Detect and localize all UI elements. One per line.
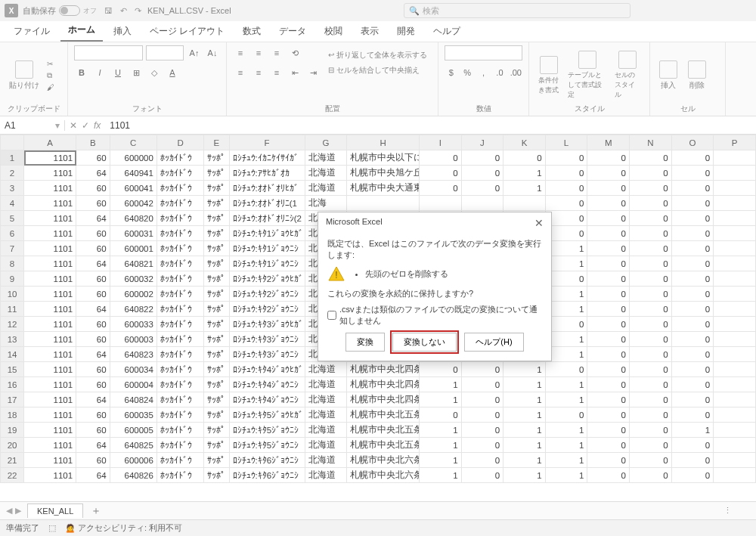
select-all-corner[interactable] [1,135,24,150]
cell[interactable]: 1101 [24,226,76,241]
cell[interactable]: 0 [671,362,714,377]
cell[interactable]: 1 [503,377,546,392]
row-header[interactable]: 21 [1,453,24,468]
cell[interactable] [714,407,756,423]
cell[interactable]: ﾛｼﾁｭｳ:ｷﾀ1ｼﾞｮｳﾆｼ [229,256,305,271]
cell[interactable]: 0 [587,211,630,226]
cell[interactable]: ﾎｯｶｲﾄﾞｳ [156,407,203,423]
cell[interactable]: 0 [629,468,671,483]
col-header-N[interactable]: N [629,135,671,150]
cell[interactable]: ﾛｼﾁｭｳ:ｷﾀ4ｼﾞｮｳﾆｼ [229,377,305,392]
cell[interactable]: 0 [419,181,461,196]
orientation-icon[interactable]: ⟲ [287,45,302,60]
cell[interactable]: ｻｯﾎﾟ [204,438,229,453]
cell[interactable]: ｻｯﾎﾟ [204,453,229,468]
cell[interactable]: ｻｯﾎﾟ [204,226,229,241]
sheet-nav-prev-icon[interactable]: ◀ [6,506,12,516]
cell[interactable]: 1101 [24,407,76,423]
fill-color-button[interactable]: ◇ [147,65,162,80]
cell[interactable]: 0 [461,181,503,196]
cell[interactable]: 札幌市中央北五条西 [347,438,420,453]
cell[interactable]: 0 [671,347,714,362]
cell[interactable]: 640824 [110,392,156,407]
cell[interactable]: 64 [76,468,110,483]
undo-icon[interactable]: ↶ [120,6,127,16]
cell[interactable]: ﾛｼﾁｭｳ:ｷﾀ3ｼﾞｮｳﾋｶﾞ [229,317,305,332]
cell[interactable]: 0 [629,271,671,287]
cell[interactable]: ﾎｯｶｲﾄﾞｳ [156,166,203,181]
cell[interactable]: 0 [503,150,546,166]
cell[interactable]: ｻｯﾎﾟ [204,468,229,483]
cell[interactable] [714,453,756,468]
cell[interactable] [714,181,756,196]
align-bottom-icon[interactable]: ≡ [269,45,284,60]
cell[interactable]: ｻｯﾎﾟ [204,256,229,271]
bold-button[interactable]: B [74,65,89,80]
tab-開発[interactable]: 開発 [389,21,423,42]
cell[interactable]: 0 [587,453,630,468]
cell[interactable]: 1101 [24,438,76,453]
col-header-D[interactable]: D [156,135,203,150]
cell[interactable]: 1101 [24,377,76,392]
cell[interactable]: 1101 [24,241,76,256]
cell[interactable]: 1 [503,362,546,377]
insert-cells-button[interactable]: 挿入 [656,59,680,92]
cell[interactable]: 0 [629,453,671,468]
col-header-L[interactable]: L [545,135,587,150]
cell[interactable]: ｻｯﾎﾟ [204,332,229,347]
cell[interactable]: ｻｯﾎﾟ [204,166,229,181]
fx-icon[interactable]: fx [94,120,101,131]
row-header[interactable]: 9 [1,271,24,287]
cell[interactable]: 札幌市中央以下に掲載 [347,150,420,166]
tab-ページ レイアウト[interactable]: ページ レイアウト [142,21,232,42]
number-format-select[interactable] [445,45,522,60]
tab-表示[interactable]: 表示 [353,21,386,42]
cell[interactable]: 0 [629,423,671,438]
paste-button[interactable]: 貼り付け [6,59,42,92]
cell[interactable]: 0 [629,211,671,226]
cell[interactable]: 600041 [110,181,156,196]
cell[interactable]: 札幌市中央北五条西 [347,423,420,438]
cell[interactable]: 1 [545,392,587,407]
cell[interactable]: 600035 [110,407,156,423]
cell[interactable]: 1 [419,392,461,407]
cell[interactable]: ﾛｼﾁｭｳ:ｷﾀ5ｼﾞｮｳﾋｶﾞ [229,407,305,423]
cell[interactable]: 北海 [305,196,347,211]
row-header[interactable]: 2 [1,166,24,181]
row-header[interactable]: 13 [1,332,24,347]
cell[interactable]: 0 [587,302,630,317]
cell[interactable]: 札幌市中央北六条西 [347,468,420,483]
cell[interactable]: 1101 [24,332,76,347]
row-header[interactable]: 22 [1,468,24,483]
cell[interactable]: 0 [587,287,630,302]
cell[interactable]: 64 [76,256,110,271]
cell[interactable]: 64 [76,438,110,453]
cell[interactable]: 0 [629,317,671,332]
row-header[interactable]: 11 [1,302,24,317]
cell[interactable]: 60 [76,317,110,332]
toggle-icon[interactable] [59,5,80,16]
col-header-I[interactable]: I [419,135,461,150]
cell[interactable] [714,362,756,377]
cell[interactable]: 1101 [24,392,76,407]
format-painter-icon[interactable]: 🖌 [47,83,54,91]
cell[interactable]: 0 [587,150,630,166]
font-name-select[interactable] [74,45,143,60]
cell[interactable]: 1 [419,377,461,392]
cell[interactable]: 640826 [110,468,156,483]
italic-button[interactable]: I [92,65,107,80]
cell[interactable]: ﾎｯｶｲﾄﾞｳ [156,196,203,211]
cell[interactable]: ｻｯﾎﾟ [204,392,229,407]
cell[interactable]: 0 [671,317,714,332]
cell[interactable]: 0 [629,150,671,166]
cell[interactable]: 0 [629,166,671,181]
row-header[interactable]: 7 [1,241,24,256]
cell[interactable]: ﾎｯｶｲﾄﾞｳ [156,347,203,362]
cell[interactable]: 北海道 [305,438,347,453]
align-right-icon[interactable]: ≡ [269,65,284,80]
cell[interactable]: 0 [461,423,503,438]
cell[interactable]: 1 [671,423,714,438]
cell[interactable]: 1101 [24,362,76,377]
cell[interactable]: ﾛｼﾁｭｳ:ｵｵﾄﾞｵﾘﾆｼ(2 [229,211,305,226]
cell[interactable]: 0 [587,468,630,483]
